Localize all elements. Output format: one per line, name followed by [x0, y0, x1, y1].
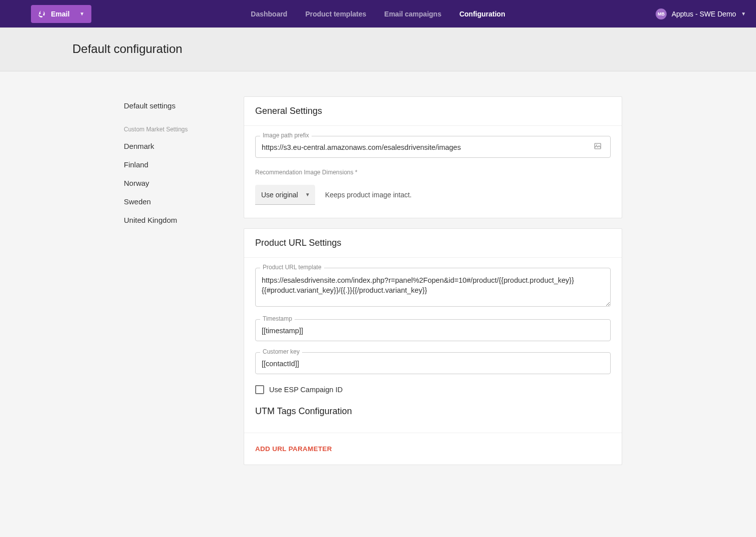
product-url-settings-card: Product URL Settings Product URL templat…	[244, 228, 622, 465]
product-url-template-field: Product URL template https://esalesdrive…	[255, 268, 611, 308]
use-esp-campaign-id-checkbox[interactable]: Use ESP Campaign ID	[255, 385, 611, 394]
field-label: Customer key	[260, 348, 302, 355]
sidebar-item-market[interactable]: Norway	[124, 174, 224, 192]
select-value: Use original	[261, 191, 298, 199]
field-label: Timestamp	[260, 315, 295, 322]
chevron-down-icon: ▼	[305, 192, 310, 197]
chevron-down-icon: ▼	[79, 11, 84, 16]
add-url-parameter-button[interactable]: Add URL parameter	[244, 433, 622, 465]
top-navbar: Email ▼ Dashboard Product templates Emai…	[0, 0, 756, 27]
checkbox-label: Use ESP Campaign ID	[269, 386, 343, 394]
page-header: Default configuration	[0, 27, 756, 71]
apptus-logo-icon	[37, 9, 46, 18]
sidebar-item-market[interactable]: United Kingdom	[124, 211, 224, 229]
image-path-input[interactable]	[255, 136, 611, 158]
timestamp-input[interactable]	[255, 319, 611, 341]
field-label: Recommendation Image Dimensions *	[255, 169, 358, 176]
nav-product-templates[interactable]: Product templates	[305, 10, 366, 18]
nav-configuration[interactable]: Configuration	[459, 10, 505, 18]
sidebar-item-market[interactable]: Finland	[124, 155, 224, 174]
image-path-field: Image path prefix	[255, 136, 611, 158]
sidebar-item-market[interactable]: Sweden	[124, 192, 224, 211]
image-icon	[594, 142, 602, 152]
primary-nav: Dashboard Product templates Email campai…	[251, 10, 505, 18]
utm-section-title: UTM Tags Configuration	[255, 394, 611, 420]
timestamp-field: Timestamp	[255, 319, 611, 341]
settings-panels: General Settings Image path prefix Recom…	[244, 96, 622, 475]
settings-sidebar: Default settings Custom Market Settings …	[124, 96, 224, 475]
customer-key-field: Customer key	[255, 352, 611, 374]
avatar: MB	[656, 8, 667, 19]
page-title: Default configuration	[72, 42, 756, 56]
rec-image-dimensions: Recommendation Image Dimensions * Use or…	[255, 169, 611, 205]
sidebar-item-default-settings[interactable]: Default settings	[124, 96, 224, 115]
chevron-down-icon: ▼	[741, 11, 746, 16]
rec-dim-hint: Keeps product image intact.	[325, 191, 412, 199]
app-switcher-label: Email	[51, 10, 69, 18]
product-url-template-input[interactable]: https://esalesdrivensite.com/index.php?r…	[255, 268, 611, 307]
nav-dashboard[interactable]: Dashboard	[251, 10, 287, 18]
main-content: Default settings Custom Market Settings …	[0, 71, 756, 495]
card-title: Product URL Settings	[244, 229, 622, 258]
field-label: Product URL template	[260, 264, 324, 271]
customer-key-input[interactable]	[255, 352, 611, 374]
nav-email-campaigns[interactable]: Email campaigns	[384, 10, 441, 18]
rec-dim-select[interactable]: Use original ▼	[255, 185, 315, 205]
sidebar-item-market[interactable]: Denmark	[124, 137, 224, 155]
account-menu[interactable]: MB Apptus - SWE Demo ▼	[656, 8, 746, 19]
field-label: Image path prefix	[260, 132, 312, 139]
svg-point-1	[596, 144, 597, 145]
checkbox-icon	[255, 385, 264, 394]
general-settings-card: General Settings Image path prefix Recom…	[244, 96, 622, 218]
account-label: Apptus - SWE Demo	[672, 10, 736, 18]
sidebar-section-label: Custom Market Settings	[124, 115, 224, 137]
card-title: General Settings	[244, 97, 622, 126]
app-switcher-button[interactable]: Email ▼	[31, 5, 91, 23]
